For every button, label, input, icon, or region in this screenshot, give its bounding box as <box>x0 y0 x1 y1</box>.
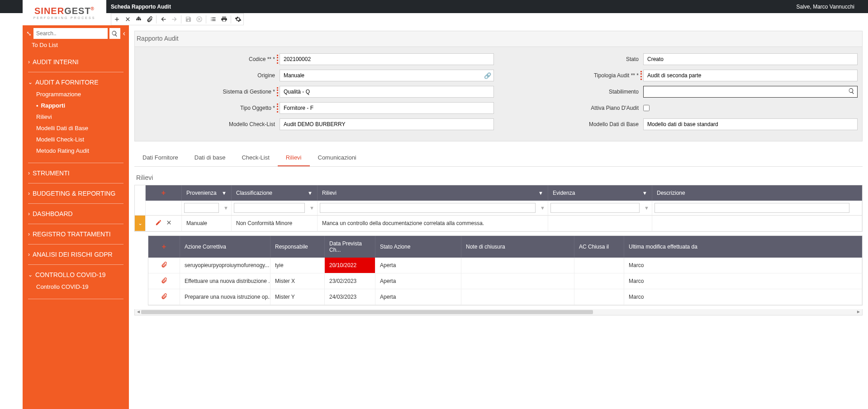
tab[interactable]: Rilievi <box>278 150 310 166</box>
print-icon[interactable] <box>218 14 229 25</box>
input-modello-dati[interactable] <box>643 118 858 130</box>
attachment-icon[interactable] <box>161 277 167 285</box>
filter-classificazione[interactable] <box>234 203 305 213</box>
svg-rect-3 <box>140 19 141 21</box>
delete-row-icon[interactable] <box>166 219 172 227</box>
label-tipo-oggetto: Tipo Oggetto * <box>139 105 280 111</box>
back-icon[interactable] <box>158 14 169 25</box>
svg-rect-2 <box>138 19 139 21</box>
edit-icon[interactable] <box>155 219 162 227</box>
sidebar: ⤡ ‹ To Do List ›AUDIT INTERNI⌄AUDIT A FO… <box>23 25 129 409</box>
sidebar-item[interactable]: Rapporti <box>36 100 123 111</box>
sidebar-section[interactable]: ›REGISTRO TRATTAMENTI <box>28 230 123 238</box>
input-codice[interactable] <box>280 53 494 65</box>
sidebar-section[interactable]: ›BUDGETING & REPORTING <box>28 190 123 197</box>
attachment-icon[interactable] <box>144 14 155 25</box>
label-modello-cl: Modello Check-List <box>139 121 280 127</box>
sidebar-toggle-icon[interactable]: ‹ <box>123 29 125 38</box>
col-evidenza[interactable]: Evidenza▼ <box>548 185 652 201</box>
collapse-icon[interactable]: ⤡ <box>26 30 32 37</box>
sub-table-row: Effettuare una nuova distribuzione ...Mi… <box>148 273 862 289</box>
main-grid: + Provenienza▼ Classificazione▼ Rilievi▼… <box>134 185 863 232</box>
form-panel: Codice ** * Origine 🔗 Sistema di Gestion… <box>134 47 863 141</box>
col-actions: + <box>146 185 182 201</box>
filter-icon[interactable]: ▼ <box>644 205 649 211</box>
subcol-data[interactable]: Data Prevista Ch... <box>325 236 375 258</box>
filter-icon[interactable]: ▼ <box>540 205 545 211</box>
hierarchy-icon[interactable] <box>133 14 144 25</box>
label-sistema: Sistema di Gestione * <box>139 89 280 95</box>
label-piano: Attiva Piano D'Audit <box>503 105 643 111</box>
sidebar-section[interactable]: ›ANALISI DEI RISCHI GDPR <box>28 251 123 258</box>
input-tipologia[interactable] <box>643 70 858 81</box>
sidebar-section[interactable]: ›AUDIT INTERNI <box>28 58 123 66</box>
sidebar-item[interactable]: Programmazione <box>36 89 123 100</box>
sidebar-item[interactable]: Rilievi <box>36 111 123 122</box>
subcol-chiusa[interactable]: AC Chiusa il <box>574 236 624 258</box>
filter-descrizione[interactable] <box>655 203 849 213</box>
expand-row-icon[interactable]: ⌄ <box>135 216 146 231</box>
subcol-responsabile[interactable]: Responsabile <box>270 236 325 258</box>
save-icon[interactable] <box>183 14 194 25</box>
input-stabilimento[interactable] <box>643 86 858 98</box>
col-provenienza[interactable]: Provenienza▼ <box>182 185 232 201</box>
attachment-icon[interactable] <box>161 261 167 269</box>
cancel-icon[interactable] <box>194 14 204 25</box>
svg-rect-0 <box>138 17 139 18</box>
subcol-stato[interactable]: Stato Azione <box>375 236 461 258</box>
label-stabilimento: Stabilimento <box>503 89 643 95</box>
sidebar-section[interactable]: ⌄AUDIT A FORNITORE <box>28 79 123 86</box>
add-subrow-icon[interactable]: + <box>162 243 166 251</box>
label-codice: Codice ** * <box>139 56 280 62</box>
filter-evidenza[interactable] <box>550 203 640 213</box>
new-icon[interactable] <box>111 14 122 25</box>
input-modello-cl[interactable] <box>280 118 494 130</box>
svg-rect-1 <box>136 19 138 21</box>
delete-icon[interactable] <box>122 14 133 25</box>
settings-icon[interactable] <box>232 14 243 25</box>
tab[interactable]: Check-List <box>233 150 277 166</box>
input-tipo-oggetto[interactable] <box>280 102 494 114</box>
list-icon[interactable] <box>208 14 218 25</box>
filter-provenienza[interactable] <box>184 203 219 213</box>
sidebar-section[interactable]: ⌄CONTROLLO COVID-19 <box>28 271 123 278</box>
sidebar-item[interactable]: Metodo Rating Audit <box>36 145 123 156</box>
subcol-azione[interactable]: Azione Correttiva <box>180 236 270 258</box>
lookup-icon[interactable] <box>848 88 855 96</box>
search-input[interactable] <box>33 28 108 39</box>
input-origine[interactable] <box>280 70 494 81</box>
grid-title: Rilievi <box>134 167 863 185</box>
horizontal-scrollbar[interactable]: ◄► <box>134 309 863 315</box>
tab[interactable]: Comunicazioni <box>310 150 365 166</box>
sidebar-section[interactable]: ›DASHBOARD <box>28 210 123 217</box>
filter-rilievi[interactable] <box>320 203 536 213</box>
content-area: Rapporto Audit Codice ** * Origine 🔗 Sis… <box>129 25 868 409</box>
search-icon[interactable] <box>109 28 120 39</box>
col-classificazione[interactable]: Classificazione▼ <box>232 185 318 201</box>
sub-grid: + Azione Correttiva Responsabile Data Pr… <box>148 235 863 306</box>
attachment-icon[interactable] <box>161 293 167 301</box>
link-icon[interactable]: 🔗 <box>484 72 491 79</box>
subcol-note[interactable]: Note di chiusura <box>461 236 574 258</box>
filter-icon[interactable]: ▼ <box>223 205 228 211</box>
filter-icon[interactable]: ▼ <box>309 205 314 211</box>
table-row: ⌄ Manuale Non Conformità Minore Manca un… <box>135 216 862 231</box>
sidebar-item[interactable]: Controllo COVID-19 <box>36 281 123 292</box>
filter-icon: ▼ <box>538 190 543 196</box>
input-sistema[interactable] <box>280 86 494 98</box>
subcol-ultima[interactable]: Ultima modifica effettuata da <box>624 236 862 258</box>
input-stato[interactable] <box>643 53 858 65</box>
tab[interactable]: Dati Fornitore <box>134 150 186 166</box>
forward-icon[interactable] <box>169 14 180 25</box>
col-rilievi[interactable]: Rilievi▼ <box>318 185 548 201</box>
sidebar-item-todo[interactable]: To Do List <box>23 42 129 52</box>
add-row-icon[interactable]: + <box>161 189 166 197</box>
sidebar-item[interactable]: Modelli Check-List <box>36 134 123 145</box>
panel-title: Rapporto Audit <box>134 31 863 47</box>
sidebar-item[interactable]: Modelli Dati di Base <box>36 122 123 134</box>
checkbox-piano[interactable] <box>643 105 650 111</box>
sidebar-section[interactable]: ›STRUMENTI <box>28 169 123 177</box>
col-descrizione[interactable]: Descrizione <box>652 185 862 201</box>
filter-icon: ▼ <box>222 190 227 196</box>
tab[interactable]: Dati di base <box>186 150 234 166</box>
